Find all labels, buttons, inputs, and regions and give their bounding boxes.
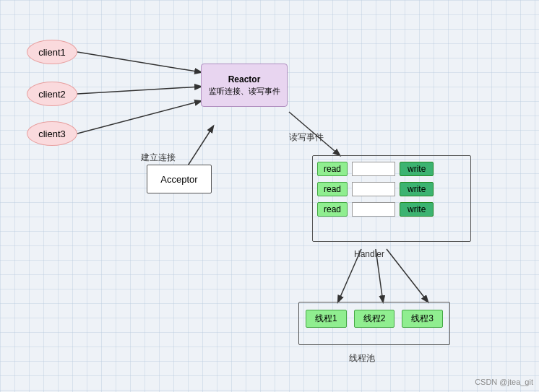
client2-label: client2 <box>38 89 66 100</box>
buffer-3 <box>352 202 395 217</box>
thread-btn-3: 线程3 <box>402 310 443 328</box>
label-rw-event: 读写事件 <box>289 131 324 144</box>
thread-row: 线程1 线程2 线程3 <box>299 310 449 328</box>
client3-label: client3 <box>38 129 66 139</box>
watermark: CSDN @jtea_git <box>475 378 533 386</box>
svg-line-1 <box>77 87 201 94</box>
thread-pool-label: 线程池 <box>349 352 375 365</box>
write-btn-1: write <box>400 162 434 176</box>
buffer-1 <box>352 162 395 176</box>
handler-row-3: read write <box>317 202 466 217</box>
thread-pool-group: 线程1 线程2 线程3 <box>298 302 450 345</box>
diagram-canvas: client1 client2 client3 Reactor 监听连接、读写事… <box>0 0 539 392</box>
handler-row-2: read write <box>317 182 466 196</box>
reactor-node: Reactor 监听连接、读写事件 <box>201 64 288 107</box>
label-establish: 建立连接 <box>141 152 176 164</box>
acceptor-node: Acceptor <box>147 165 212 193</box>
handler-group: read write read write read write <box>312 155 471 242</box>
client1-label: client1 <box>38 47 66 58</box>
client1-node: client1 <box>27 40 77 64</box>
read-btn-2: read <box>317 182 348 196</box>
reactor-subtitle: 监听连接、读写事件 <box>209 86 280 97</box>
client3-node: client3 <box>27 121 77 146</box>
acceptor-label: Acceptor <box>160 174 197 185</box>
handler-row-1: read write <box>317 162 466 176</box>
client2-node: client2 <box>27 82 77 106</box>
buffer-2 <box>352 182 395 196</box>
read-btn-3: read <box>317 202 348 217</box>
write-btn-2: write <box>400 182 434 196</box>
svg-line-7 <box>387 249 428 302</box>
svg-line-0 <box>77 52 201 72</box>
reactor-title: Reactor <box>228 74 261 86</box>
thread-btn-1: 线程1 <box>306 310 347 328</box>
svg-line-2 <box>77 101 201 134</box>
thread-btn-2: 线程2 <box>354 310 395 328</box>
write-btn-3: write <box>400 202 434 217</box>
read-btn-1: read <box>317 162 348 176</box>
handler-label-text: Handler <box>354 249 384 259</box>
